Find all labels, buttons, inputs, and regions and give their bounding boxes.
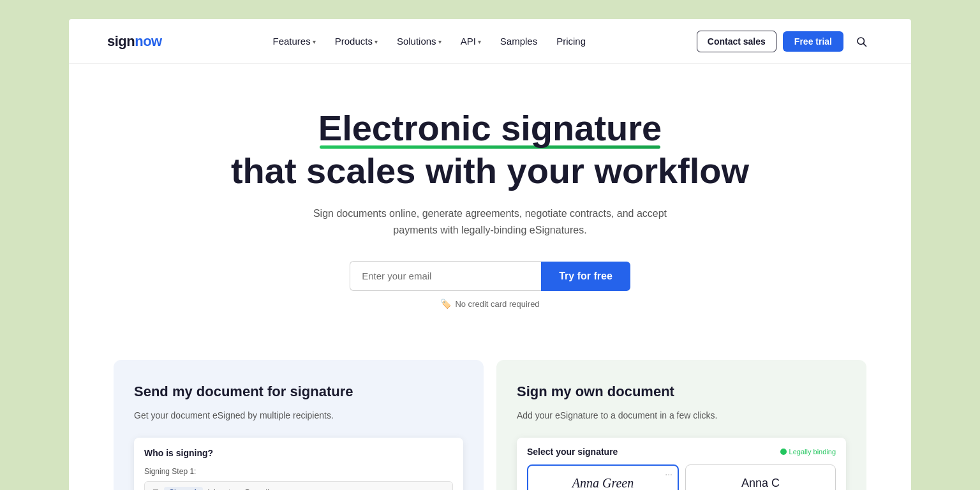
feature-card-send-desc: Get your document eSigned by multiple re…	[134, 409, 463, 422]
nav-pricing[interactable]: Pricing	[549, 31, 593, 52]
contact-sales-button[interactable]: Contact sales	[697, 31, 776, 52]
signing-mock-title: Who is signing?	[144, 448, 453, 458]
sig-option-print[interactable]: Anna C	[685, 464, 836, 490]
hero-form: Try for free	[94, 261, 886, 291]
search-icon[interactable]	[850, 30, 873, 53]
feature-card-send-title: Send my document for signature	[134, 383, 463, 401]
feature-card-sign-title: Sign my own document	[517, 383, 846, 401]
page-wrapper: signnow Features ▾ Products ▾ Solutions …	[0, 0, 980, 490]
header: signnow Features ▾ Products ▾ Solutions …	[69, 19, 911, 64]
nav-solutions[interactable]: Solutions ▾	[389, 31, 449, 52]
hero-title: Electronic signature that scales with yo…	[94, 108, 886, 190]
signing-step-label: Signing Step 1:	[144, 467, 453, 476]
email-input[interactable]	[350, 261, 541, 291]
sig-print-text: Anna C	[741, 477, 780, 490]
nav-samples[interactable]: Samples	[493, 31, 545, 52]
no-credit-card-icon: 🏷️	[440, 299, 451, 309]
free-trial-button[interactable]: Free trial	[783, 31, 843, 52]
green-dot-icon	[780, 449, 787, 455]
sig-options: ··· Anna Green Anna C	[527, 464, 836, 490]
nav: Features ▾ Products ▾ Solutions ▾ API ▾ …	[265, 31, 594, 52]
signature-select-mock: Select your signature Legally binding ··…	[517, 438, 846, 490]
feature-card-sign-desc: Add your eSignature to a document in a f…	[517, 409, 846, 422]
sig-header: Select your signature Legally binding	[527, 447, 836, 457]
sig-header-title: Select your signature	[527, 447, 618, 457]
sig-option-cursive[interactable]: ··· Anna Green	[527, 464, 679, 490]
no-credit-card-notice: 🏷️ No credit card required	[94, 299, 886, 309]
sig-legal-badge: Legally binding	[780, 448, 836, 456]
nav-api[interactable]: API ▾	[453, 31, 489, 52]
logo-accent: now	[135, 33, 162, 49]
svg-line-1	[863, 43, 866, 46]
feature-card-sign: Sign my own document Add your eSignature…	[496, 360, 866, 490]
try-for-free-button[interactable]: Try for free	[541, 262, 630, 291]
hero-section: Electronic signature that scales with yo…	[69, 64, 911, 347]
svg-point-2	[780, 449, 787, 455]
nav-features[interactable]: Features ▾	[265, 31, 323, 52]
feature-card-send: Send my document for signature Get your …	[114, 360, 484, 490]
more-options-icon: ···	[665, 469, 672, 479]
chevron-down-icon: ▾	[375, 38, 378, 45]
sig-cursive-text: Anna Green	[572, 476, 634, 490]
chevron-down-icon: ▾	[313, 38, 316, 45]
hero-subtitle: Sign documents online, generate agreemen…	[311, 205, 669, 238]
logo[interactable]: signnow	[107, 33, 162, 50]
signing-mock: Who is signing? Signing Step 1: ☰ Signer…	[134, 438, 463, 490]
signer-badge: Signer 1	[164, 487, 203, 490]
no-credit-card-text: No credit card required	[455, 299, 539, 309]
chevron-down-icon: ▾	[438, 38, 442, 45]
signing-row: ☰ Signer 1 john.stone@email.cor	[144, 481, 453, 490]
main-card: signnow Features ▾ Products ▾ Solutions …	[69, 19, 911, 490]
header-actions: Contact sales Free trial	[697, 30, 873, 53]
hero-title-line1: Electronic signature	[318, 108, 662, 148]
feature-cards-section: Send my document for signature Get your …	[69, 360, 911, 490]
hero-title-line2: that scales with your workflow	[94, 151, 886, 191]
nav-products[interactable]: Products ▾	[327, 31, 385, 52]
chevron-down-icon: ▾	[478, 38, 481, 45]
